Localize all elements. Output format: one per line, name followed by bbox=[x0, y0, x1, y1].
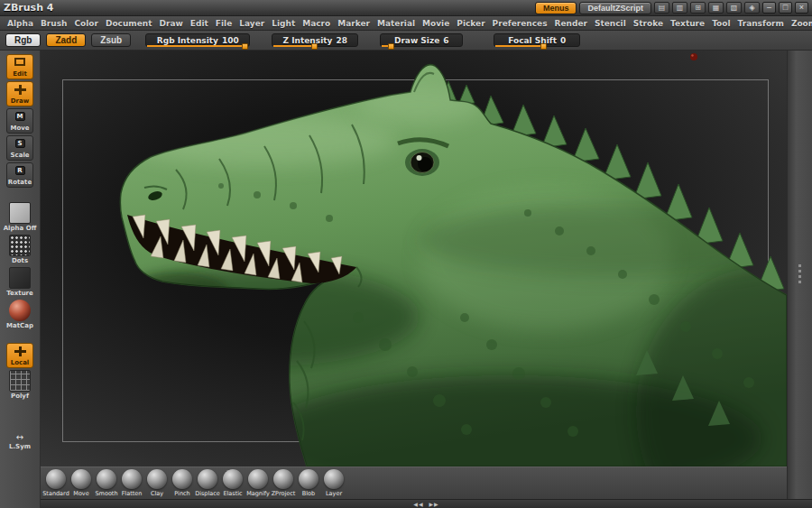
menu-tool[interactable]: Tool bbox=[708, 19, 734, 28]
window-minimize-button[interactable]: – bbox=[762, 2, 776, 14]
menu-macro[interactable]: Macro bbox=[299, 19, 334, 28]
menu-color[interactable]: Color bbox=[70, 19, 102, 28]
slider-knob[interactable] bbox=[388, 43, 394, 50]
titlebar-doc-icon-button-2[interactable]: ▥ bbox=[672, 2, 687, 14]
brush-blob[interactable]: Blob bbox=[296, 469, 321, 497]
material-selector[interactable]: MatCap bbox=[6, 300, 33, 329]
brush-sphere-icon bbox=[299, 469, 318, 489]
main-area: Edit Draw M Move S Scale R Rotate Alpha … bbox=[0, 51, 812, 508]
texture-selector[interactable]: Texture bbox=[6, 267, 33, 297]
brush-move[interactable]: Move bbox=[69, 469, 94, 497]
alpha-selector[interactable]: Alpha Off bbox=[4, 202, 37, 232]
brush-sphere-icon bbox=[97, 469, 116, 489]
symmetry-arrows-icon: ↔ bbox=[16, 433, 23, 442]
titlebar-diamond-icon-button[interactable]: ◈ bbox=[744, 2, 760, 14]
menu-movie[interactable]: Movie bbox=[419, 19, 453, 28]
edit-mode-button[interactable]: Edit bbox=[6, 54, 33, 79]
move-label: Move bbox=[10, 125, 29, 132]
zbrush-window: ZBrush 4 Menus DefaultZScript ▤ ▥ ⊞ ▦ ▧ … bbox=[0, 0, 812, 508]
top-toolbar: Rgb Zadd Zsub Rgb Intensity 100 Z Intens… bbox=[0, 31, 812, 51]
menu-brush[interactable]: Brush bbox=[37, 19, 70, 28]
brush-label: Layer bbox=[326, 490, 342, 497]
brush-pinch[interactable]: Pinch bbox=[170, 469, 195, 497]
z-intensity-slider[interactable]: Z Intensity 28 bbox=[272, 33, 358, 47]
titlebar-grid-icon-button[interactable]: ▦ bbox=[708, 2, 724, 14]
menu-picker[interactable]: Picker bbox=[453, 19, 488, 28]
right-tray-divider[interactable] bbox=[787, 51, 812, 499]
titlebar: ZBrush 4 Menus DefaultZScript ▤ ▥ ⊞ ▦ ▧ … bbox=[0, 0, 812, 16]
divider-grip-icon bbox=[798, 264, 801, 286]
window-restore-button[interactable]: □ bbox=[779, 2, 792, 14]
slider-knob[interactable] bbox=[540, 43, 547, 50]
menu-render[interactable]: Render bbox=[551, 19, 591, 28]
titlebar-texture-icon-button[interactable]: ▧ bbox=[726, 2, 742, 14]
brush-smooth[interactable]: Smooth bbox=[94, 469, 119, 497]
stroke-selector[interactable]: Dots bbox=[9, 235, 31, 264]
brush-displace[interactable]: Displace bbox=[195, 469, 220, 497]
brush-standard[interactable]: Standard bbox=[43, 469, 69, 497]
focal-shift-slider[interactable]: Focal Shift 0 bbox=[494, 33, 580, 47]
slider-fill bbox=[273, 45, 316, 47]
menu-material[interactable]: Material bbox=[374, 19, 419, 28]
brush-magnify[interactable]: Magnify bbox=[245, 469, 271, 497]
slider-knob[interactable] bbox=[311, 43, 318, 50]
brush-flatten[interactable]: Flatten bbox=[119, 469, 144, 497]
menu-stencil[interactable]: Stencil bbox=[591, 19, 630, 28]
brush-sphere-icon bbox=[147, 469, 167, 489]
draw-size-slider[interactable]: Draw Size 6 bbox=[380, 33, 463, 47]
menu-marker[interactable]: Marker bbox=[334, 19, 374, 28]
default-zscript-button[interactable]: DefaultZScript bbox=[579, 2, 651, 14]
brush-label: Blob bbox=[302, 490, 315, 497]
menu-preferences[interactable]: Preferences bbox=[489, 19, 551, 28]
draw-label: Draw bbox=[11, 97, 29, 105]
draw-mode-button[interactable]: Draw bbox=[6, 81, 33, 106]
zadd-button[interactable]: Zadd bbox=[46, 33, 86, 47]
draw-cross-icon bbox=[14, 85, 26, 95]
titlebar-add-panel-icon-button[interactable]: ⊞ bbox=[690, 2, 706, 14]
brush-sphere-icon bbox=[248, 469, 268, 489]
menu-light[interactable]: Light bbox=[268, 19, 299, 28]
scroll-left-icon[interactable]: ◀◀ bbox=[413, 501, 423, 508]
zsub-button[interactable]: Zsub bbox=[91, 33, 131, 47]
menu-alpha[interactable]: Alpha bbox=[4, 19, 37, 28]
move-mode-button[interactable]: M Move bbox=[6, 108, 33, 134]
window-close-button[interactable]: × bbox=[795, 2, 808, 14]
brush-label: Flatten bbox=[122, 490, 143, 497]
brush-layer[interactable]: Layer bbox=[321, 469, 346, 497]
scroll-right-icon[interactable]: ▶▶ bbox=[429, 501, 439, 508]
menu-texture[interactable]: Texture bbox=[667, 19, 708, 28]
polyframe-grid-icon bbox=[9, 370, 31, 392]
menu-draw[interactable]: Draw bbox=[156, 19, 187, 28]
local-label: Local bbox=[11, 359, 30, 366]
move-badge-icon: M bbox=[15, 112, 25, 121]
texture-label: Texture bbox=[6, 290, 33, 297]
sculpting-canvas[interactable] bbox=[41, 51, 787, 466]
polyframe-toggle[interactable]: Polyf bbox=[9, 370, 31, 400]
menu-edit[interactable]: Edit bbox=[187, 19, 212, 28]
rgb-intensity-slider[interactable]: Rgb Intensity 100 bbox=[145, 33, 250, 47]
horizontal-scrollbar[interactable]: ◀◀ ▶▶ bbox=[41, 499, 812, 508]
local-transform-button[interactable]: Local bbox=[6, 343, 33, 368]
menu-transform[interactable]: Transform bbox=[734, 19, 788, 28]
slider-label: Z Intensity bbox=[283, 36, 333, 45]
brush-clay[interactable]: Clay bbox=[144, 469, 170, 497]
brush-elastic[interactable]: Elastic bbox=[220, 469, 245, 497]
scale-mode-button[interactable]: S Scale bbox=[6, 135, 33, 161]
menus-button[interactable]: Menus bbox=[535, 2, 577, 14]
texture-thumbnail-icon bbox=[9, 267, 31, 289]
slider-label: Focal Shift bbox=[508, 36, 557, 45]
menu-stroke[interactable]: Stroke bbox=[630, 19, 667, 28]
slider-fill bbox=[495, 45, 545, 47]
titlebar-doc-icon-button-1[interactable]: ▤ bbox=[654, 2, 669, 14]
menu-file[interactable]: File bbox=[212, 19, 235, 28]
menu-layer[interactable]: Layer bbox=[235, 19, 268, 28]
slider-value: 28 bbox=[336, 36, 347, 45]
brush-label: ZProject bbox=[272, 490, 296, 497]
slider-knob[interactable] bbox=[242, 43, 248, 50]
menu-zoom[interactable]: Zoom bbox=[788, 19, 812, 28]
rgb-button[interactable]: Rgb bbox=[5, 33, 41, 47]
brush-zproject[interactable]: ZProject bbox=[271, 469, 296, 497]
local-symmetry-toggle[interactable]: ↔ L.Sym bbox=[9, 433, 31, 450]
menu-document[interactable]: Document bbox=[102, 19, 156, 28]
rotate-mode-button[interactable]: R Rotate bbox=[6, 162, 33, 188]
